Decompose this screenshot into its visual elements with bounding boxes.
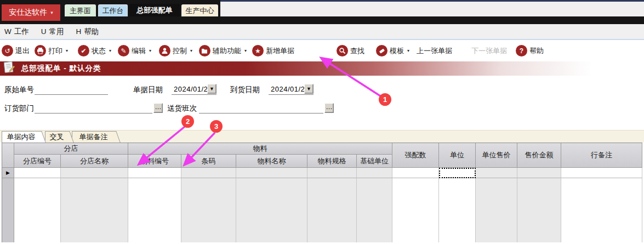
toolbar-label: 上一张单据 (417, 46, 452, 56)
cell-material-no[interactable] (128, 168, 181, 178)
toolbar-label: 控制 (173, 46, 187, 56)
toolbar-button-find[interactable]: 查找 (337, 40, 364, 61)
cell-force-qty[interactable] (392, 168, 439, 178)
grid-filler (392, 178, 439, 242)
grid-filler (2, 178, 14, 242)
toolbar-label: 新增单据 (266, 46, 294, 56)
grid-filler (357, 178, 392, 242)
grid-header-material-name: 物料名称 (236, 155, 307, 168)
menu-item-work[interactable]: W 工作 (2, 26, 31, 38)
app-logo-label: 安仕达软件 (9, 8, 47, 18)
toolbar-button-previous-document[interactable]: 上一张单据 (417, 40, 452, 61)
content-tab-strip: 单据内容 交叉 单据备注 (0, 130, 644, 143)
grid-filler (561, 178, 642, 242)
order-dept-label: 订货部门 (4, 104, 34, 114)
top-tab-workbench[interactable]: 工作台 (98, 4, 128, 16)
document-title-banner: 总部强配单 - 默认分类 (0, 61, 644, 76)
toolbar-button-print[interactable]: 打印 ▾ (35, 40, 68, 61)
cell-branch-name[interactable] (61, 168, 128, 178)
top-tab-hq-force-order[interactable]: 总部强配单 (129, 4, 180, 16)
menu-accel: H (76, 27, 82, 36)
dropdown-caret-icon: ▾ (407, 48, 409, 53)
printer-icon (35, 45, 46, 56)
doc-date-dropdown-button[interactable]: ▼ (207, 84, 216, 94)
grid-corner-cell (2, 143, 14, 168)
top-tab-main[interactable]: 主界面 (65, 4, 96, 16)
menu-item-help[interactable]: H 帮助 (74, 26, 101, 38)
top-tab-label: 主界面 (70, 6, 91, 16)
tab-document-remarks[interactable]: 单据备注 (72, 131, 115, 143)
menu-label: 帮助 (84, 27, 99, 37)
toolbar-label: 状态 (92, 46, 106, 56)
toolbar-label: 查找 (350, 46, 364, 56)
toolbar-label: 打印 (48, 46, 62, 56)
delivery-shift-label: 送货班次 (167, 104, 197, 114)
menu-label: 常用 (49, 27, 64, 37)
step-number: 2 (186, 117, 190, 126)
toolbar-label: 模板 (390, 46, 404, 56)
grid-header-unit: 单位 (439, 143, 476, 168)
grid-header-barcode: 条码 (181, 155, 236, 168)
cell-material-spec[interactable] (307, 168, 357, 178)
top-tab-label: 生产中心 (186, 6, 214, 16)
grid-group-header-material: 物料 (128, 143, 392, 155)
tab-document-content[interactable]: 单据内容 (2, 131, 40, 143)
menu-item-common[interactable]: U 常用 (39, 26, 66, 38)
question-icon: ? (516, 45, 527, 56)
cell-line-remark[interactable] (561, 168, 642, 178)
toolbar-label: 辅助功能 (213, 46, 241, 56)
toolbar-button-exit[interactable]: ↺ 退出 (2, 40, 30, 61)
toolbar-button-status[interactable]: ✔ 状态 ▾ (78, 40, 111, 61)
order-dept-lookup-button[interactable]: … (153, 103, 163, 113)
grid-filler (307, 178, 357, 242)
person-icon (159, 45, 170, 56)
grid-header-branch-name: 分店名称 (61, 155, 128, 168)
cell-branch-no[interactable] (14, 168, 61, 178)
order-dept-input[interactable] (35, 104, 152, 114)
cell-material-name[interactable] (236, 168, 307, 178)
grid-filler (61, 178, 128, 242)
delivery-shift-input[interactable] (199, 104, 323, 114)
toolbar-button-help[interactable]: ? 帮助 (516, 40, 544, 61)
cell-unit-focused[interactable] (439, 168, 476, 178)
content-tab-label: 交叉 (50, 132, 64, 142)
dropdown-caret-icon: ▾ (109, 48, 111, 53)
top-tab-production-center[interactable]: 生产中心 (181, 4, 218, 16)
step-number: 1 (383, 95, 387, 104)
top-black-bar (0, 16, 644, 24)
row-header-cell[interactable]: ▶ (2, 168, 14, 178)
exit-icon: ↺ (2, 45, 13, 56)
delivery-shift-lookup-button[interactable]: … (324, 103, 334, 113)
grid-header-price-amount: 售价金额 (517, 143, 561, 168)
grid-filler (128, 178, 181, 242)
tab-cross[interactable]: 交叉 (45, 131, 68, 143)
grid-filler (439, 178, 476, 242)
annotation-step-2: 2 (181, 115, 194, 128)
toolbar-label: 帮助 (529, 46, 544, 56)
toolbar-button-new-document[interactable]: ★ 新增单据 (252, 40, 294, 61)
toolbar-button-template[interactable]: 模板 ▾ (376, 40, 409, 61)
cell-unit-price[interactable] (476, 168, 517, 178)
top-tab-bar: 安仕达软件 ▾ 主界面 工作台 总部强配单 生产中心 (0, 0, 644, 24)
app-logo-button[interactable]: 安仕达软件 ▾ (2, 4, 60, 21)
page-title: 总部强配单 - 默认分类 (21, 64, 101, 73)
top-tab-label: 工作台 (102, 6, 124, 16)
toolbar-button-auxiliary[interactable]: 辅助功能 ▾ (199, 40, 247, 61)
doc-date-value: 2024/01/24 (172, 85, 212, 93)
document-icon (3, 61, 16, 76)
grid-header-material-no: 物料编号 (128, 155, 181, 168)
cell-base-unit[interactable] (357, 168, 392, 178)
eraser-icon (376, 45, 387, 56)
cell-barcode[interactable] (181, 168, 236, 178)
doc-date-label: 单据日期 (133, 85, 163, 95)
cell-price-amount[interactable] (517, 168, 561, 178)
toolbar-label: 退出 (15, 46, 30, 56)
logo-caret-icon: ▾ (50, 10, 53, 15)
grid-filler (517, 178, 561, 242)
grid-header-line-remark: 行备注 (561, 143, 642, 168)
toolbar-button-edit[interactable]: ✎ 编辑 ▾ (118, 40, 151, 61)
toolbar-button-control[interactable]: 控制 ▾ (159, 40, 192, 61)
original-no-input[interactable] (35, 85, 108, 95)
arrival-date-dropdown-button[interactable]: ▼ (304, 84, 314, 94)
detail-grid: 分店 物料 强配数 单位 单位售价 售价金额 行备注 分店编号 分店名称 物料编… (2, 143, 642, 242)
